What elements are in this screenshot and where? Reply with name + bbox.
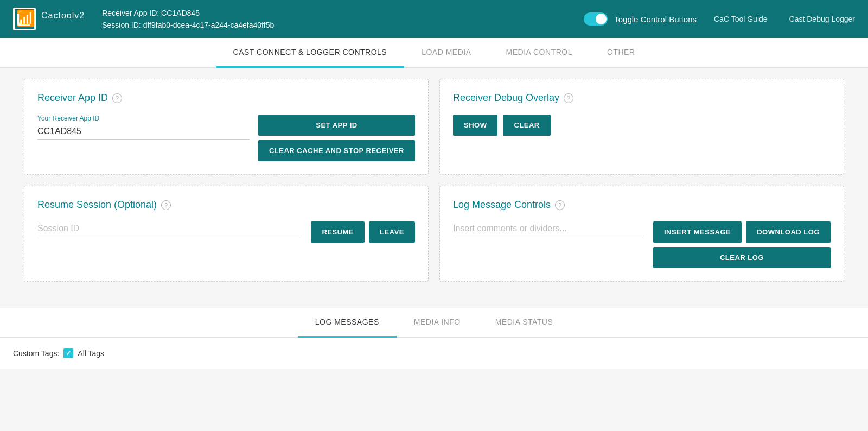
receiver-app-id-input-label: Your Receiver App ID (37, 115, 250, 122)
receiver-app-id-title-text: Receiver App ID (37, 92, 108, 104)
header-links: CaC Tool Guide Cast Debug Logger (714, 15, 855, 23)
insert-message-button[interactable]: INSERT MESSAGE (653, 221, 742, 243)
receiver-app-id-input-value: CC1AD845 (37, 124, 250, 140)
tab-log-messages[interactable]: LOG MESSAGES (298, 308, 397, 338)
cast-icon: 📶 (13, 8, 36, 30)
receiver-app-id-info: Receiver App ID: CC1AD845 (102, 7, 584, 19)
toggle-control-buttons[interactable] (584, 12, 608, 26)
log-message-title: Log Message Controls ? (453, 199, 831, 211)
session-id-info: Session ID: dff9fab0-dcea-4c17-a244-ca4e… (102, 19, 584, 31)
receiver-app-id-buttons: SET APP ID CLEAR CACHE AND STOP RECEIVER (258, 115, 415, 161)
header-info: Receiver App ID: CC1AD845 Session ID: df… (102, 7, 584, 31)
logo: 📶 Cactoolv2 (13, 8, 85, 30)
receiver-debug-buttons: SHOW CLEAR (453, 115, 831, 136)
resume-session-help-icon[interactable]: ? (161, 200, 171, 210)
receiver-app-id-body: Your Receiver App ID CC1AD845 SET APP ID… (37, 115, 415, 161)
leave-button[interactable]: LEAVE (369, 221, 415, 243)
clear-overlay-button[interactable]: CLEAR (503, 115, 550, 136)
resume-button[interactable]: RESUME (311, 221, 365, 243)
receiver-debug-help-icon[interactable]: ? (564, 93, 573, 103)
download-log-button[interactable]: DOWNLOAD LOG (746, 221, 831, 243)
log-message-help-icon[interactable]: ? (555, 200, 565, 210)
cac-tool-guide-link[interactable]: CaC Tool Guide (714, 15, 768, 23)
tab-media-info[interactable]: MEDIA INFO (397, 308, 478, 338)
bottom-content: Custom Tags: All Tags (0, 338, 868, 369)
log-input-area (453, 221, 644, 236)
log-message-input[interactable] (453, 221, 644, 236)
wifi-icon: 📶 (16, 9, 35, 27)
logo-text: Cactoolv2 (41, 10, 85, 28)
tab-load-media[interactable]: LOAD MEDIA (404, 38, 488, 68)
set-app-id-button[interactable]: SET APP ID (258, 115, 415, 136)
custom-tags-row: Custom Tags: All Tags (13, 348, 855, 358)
session-id-value: dff9fab0-dcea-4c17-a244-ca4efa40ff5b (143, 21, 275, 29)
cast-debug-logger-link[interactable]: Cast Debug Logger (789, 15, 855, 23)
log-message-title-text: Log Message Controls (453, 199, 551, 211)
resume-session-buttons: RESUME LEAVE (311, 221, 415, 243)
resume-session-card: Resume Session (Optional) ? RESUME LEAVE (24, 186, 429, 282)
receiver-debug-title-text: Receiver Debug Overlay (453, 92, 559, 104)
log-message-body: INSERT MESSAGE DOWNLOAD LOG CLEAR LOG (453, 221, 831, 268)
log-message-controls-card: Log Message Controls ? INSERT MESSAGE DO… (439, 186, 844, 282)
tab-media-control[interactable]: MEDIA CONTROL (489, 38, 590, 68)
session-id-label: Session ID: (102, 21, 141, 29)
tab-cast-connect[interactable]: CAST CONNECT & LOGGER CONTROLS (216, 38, 405, 68)
main-content: Receiver App ID ? Your Receiver App ID C… (11, 68, 857, 303)
receiver-app-id-input-area: Your Receiver App ID CC1AD845 (37, 115, 250, 140)
app-header: 📶 Cactoolv2 Receiver App ID: CC1AD845 Se… (0, 0, 868, 38)
log-btn-row-top: INSERT MESSAGE DOWNLOAD LOG (653, 221, 831, 243)
receiver-app-id-value: CC1AD845 (161, 9, 200, 17)
logo-name: Cactool (41, 11, 74, 20)
show-overlay-button[interactable]: SHOW (453, 115, 497, 136)
top-grid: Receiver App ID ? Your Receiver App ID C… (24, 79, 844, 282)
clear-log-button[interactable]: CLEAR LOG (653, 247, 831, 268)
main-tabs: CAST CONNECT & LOGGER CONTROLS LOAD MEDI… (0, 38, 868, 68)
bottom-tabs: LOG MESSAGES MEDIA INFO MEDIA STATUS (0, 308, 868, 338)
all-tags-checkbox[interactable] (63, 348, 73, 358)
toggle-area: Toggle Control Buttons (584, 12, 697, 26)
toggle-label: Toggle Control Buttons (614, 15, 697, 24)
receiver-app-id-title: Receiver App ID ? (37, 92, 415, 104)
custom-tags-label: Custom Tags: (13, 349, 59, 358)
logo-version: v2 (74, 11, 85, 20)
receiver-app-id-label: Receiver App ID: (102, 9, 159, 17)
resume-session-title-text: Resume Session (Optional) (37, 199, 157, 211)
tab-other[interactable]: OTHER (590, 38, 653, 68)
clear-cache-button[interactable]: CLEAR CACHE AND STOP RECEIVER (258, 140, 415, 161)
session-id-input[interactable] (37, 221, 302, 236)
all-tags-label: All Tags (78, 349, 104, 358)
resume-session-title: Resume Session (Optional) ? (37, 199, 415, 211)
receiver-app-id-card: Receiver App ID ? Your Receiver App ID C… (24, 79, 429, 175)
tab-media-status[interactable]: MEDIA STATUS (478, 308, 571, 338)
receiver-debug-title: Receiver Debug Overlay ? (453, 92, 831, 104)
resume-session-body: RESUME LEAVE (37, 221, 415, 243)
receiver-debug-overlay-card: Receiver Debug Overlay ? SHOW CLEAR (439, 79, 844, 175)
bottom-section: LOG MESSAGES MEDIA INFO MEDIA STATUS Cus… (0, 308, 868, 369)
receiver-app-id-help-icon[interactable]: ? (112, 93, 122, 103)
session-id-input-area (37, 221, 302, 236)
log-buttons: INSERT MESSAGE DOWNLOAD LOG CLEAR LOG (653, 221, 831, 268)
